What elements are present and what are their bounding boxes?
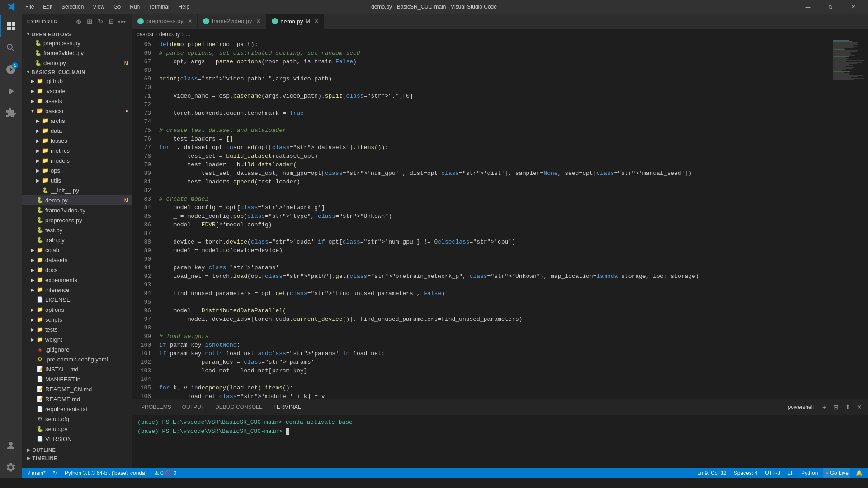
tree-readme[interactable]: 📝 README.md xyxy=(22,394,132,404)
status-position[interactable]: Ln 9, Col 32 xyxy=(695,468,728,478)
tree-metrics[interactable]: ▶ 📁 metrics xyxy=(22,145,132,155)
menu-go[interactable]: Go xyxy=(110,3,124,11)
code-editor[interactable]: 6566676869707172737475767778798081828384… xyxy=(132,39,868,399)
tree-utils[interactable]: ▶ 📁 utils xyxy=(22,175,132,185)
panel-tab-terminal[interactable]: TERMINAL xyxy=(268,401,307,413)
tree-init-py[interactable]: 🐍 __init__.py xyxy=(22,185,132,195)
tree-test[interactable]: 🐍 test.py xyxy=(22,225,132,235)
collapse-btn[interactable]: ⊟ xyxy=(107,17,116,26)
tree-inference[interactable]: ▶ 📁 inference xyxy=(22,285,132,295)
code-line: # parse options, set distributed setting… xyxy=(155,49,832,57)
tree-train[interactable]: 🐍 train.py xyxy=(22,235,132,245)
timeline-section[interactable]: ▶ TIMELINE xyxy=(22,454,132,462)
tab-preprocess[interactable]: preprocess.py ✕ xyxy=(132,14,198,29)
tree-precommit[interactable]: ⚙ .pre-commit-config.yaml xyxy=(22,354,132,364)
tree-vscode[interactable]: ▶ 📁 .vscode xyxy=(22,86,132,96)
tree-scripts[interactable]: ▶ 📁 scripts xyxy=(22,314,132,324)
menu-run[interactable]: Run xyxy=(126,3,143,11)
tree-manifest[interactable]: 📄 MANIFEST.in xyxy=(22,374,132,384)
tree-setup-py[interactable]: 🐍 setup.py xyxy=(22,424,132,434)
status-branch[interactable]: ⑂ main* xyxy=(25,468,47,478)
activity-account[interactable] xyxy=(0,435,22,456)
status-golive[interactable]: ● Go Live xyxy=(823,468,850,478)
more-actions-btn[interactable]: ••• xyxy=(118,17,127,26)
panel-tab-debug[interactable]: DEBUG CONSOLE xyxy=(210,401,268,413)
tree-options[interactable]: ▶ 📁 options xyxy=(22,305,132,314)
tree-datasets[interactable]: ▶ 📁 datasets xyxy=(22,255,132,265)
tree-readme-cn[interactable]: 📝 README_CN.md xyxy=(22,384,132,394)
menu-file[interactable]: File xyxy=(22,3,38,11)
tree-install-md[interactable]: 📝 INSTALL.md xyxy=(22,364,132,374)
tree-demo-py[interactable]: 🐍 demo.py M xyxy=(22,195,132,205)
activity-settings[interactable] xyxy=(0,456,22,478)
tab-demo[interactable]: demo.py M ✕ xyxy=(266,14,324,29)
maximize-panel-btn[interactable]: ⬆ xyxy=(843,402,853,412)
status-encoding[interactable]: UTF-8 xyxy=(763,468,782,478)
activity-search[interactable] xyxy=(0,37,22,59)
tree-weight[interactable]: ▶ 📁 weight xyxy=(22,334,132,344)
tree-frame2video[interactable]: 🐍 frame2video.py xyxy=(22,205,132,215)
tree-license[interactable]: 📄 LICENSE xyxy=(22,295,132,305)
status-language[interactable]: Python xyxy=(799,468,820,478)
tab-close-btn[interactable]: ✕ xyxy=(313,18,320,25)
tree-docs[interactable]: ▶ 📁 docs xyxy=(22,265,132,275)
menu-terminal[interactable]: Terminal xyxy=(145,3,173,11)
status-spaces[interactable]: Spaces: 4 xyxy=(732,468,760,478)
new-folder-btn[interactable]: ⊞ xyxy=(85,17,94,26)
status-sync[interactable]: ↻ xyxy=(51,468,59,478)
tree-requirements[interactable]: 📄 requirements.txt xyxy=(22,404,132,414)
tab-close-btn[interactable]: ✕ xyxy=(255,18,262,25)
tree-tests[interactable]: ▶ 📁 tests xyxy=(22,324,132,334)
tree-models[interactable]: ▶ 📁 models xyxy=(22,155,132,165)
tree-ops[interactable]: ▶ 📁 ops xyxy=(22,165,132,175)
new-file-btn[interactable]: ⊕ xyxy=(74,17,83,26)
status-python[interactable]: Python 3.8.3 64-bit ('base': conda) xyxy=(63,468,149,478)
panel-tab-output[interactable]: OUTPUT xyxy=(177,401,210,413)
tree-github[interactable]: ▶ 📁 .github xyxy=(22,76,132,86)
code-content[interactable]: def demo_pipeline(root_path): # parse op… xyxy=(155,39,832,399)
panel-tab-problems[interactable]: PROBLEMS xyxy=(136,401,177,413)
tab-label: preprocess.py xyxy=(146,18,184,24)
open-editors-section[interactable]: ▾ Open Editors xyxy=(22,30,132,38)
breadcrumb-basicsr[interactable]: basicsr xyxy=(137,31,154,38)
new-terminal-btn[interactable]: + xyxy=(819,402,829,412)
tree-preprocess[interactable]: 🐍 preprocess.py xyxy=(22,215,132,225)
tree-version[interactable]: 📄 VERSION xyxy=(22,434,132,444)
activity-explorer[interactable] xyxy=(0,15,22,37)
open-editor-demo[interactable]: 🐍 demo.py M xyxy=(22,58,132,68)
open-editor-preprocess[interactable]: 🐍 preprocess.py xyxy=(22,38,132,48)
tree-data[interactable]: ▶ 📁 data xyxy=(22,126,132,136)
tree-experiments[interactable]: ▶ 📁 experiments xyxy=(22,275,132,285)
menu-view[interactable]: View xyxy=(89,3,108,11)
status-errors[interactable]: ⚠ 0 🚫 0 xyxy=(152,468,178,478)
status-eol[interactable]: LF xyxy=(786,468,796,478)
tree-losses[interactable]: ▶ 📁 losses xyxy=(22,136,132,145)
activity-extensions[interactable] xyxy=(0,102,22,124)
tree-gitignore[interactable]: ◈ .gitignore xyxy=(22,344,132,354)
tree-colab[interactable]: ▶ 📁 colab xyxy=(22,245,132,255)
activity-run-debug[interactable] xyxy=(0,80,22,102)
tree-setup-cfg[interactable]: ⚙ setup.cfg xyxy=(22,414,132,424)
close-panel-btn[interactable]: ✕ xyxy=(854,402,864,412)
menu-edit[interactable]: Edit xyxy=(39,3,56,11)
breadcrumb-demo-py[interactable]: demo.py xyxy=(159,31,180,38)
tree-basicsr[interactable]: ▼ 📂 basicsr ● xyxy=(22,106,132,116)
menu-selection[interactable]: Selection xyxy=(58,3,87,11)
tab-frame2video[interactable]: frame2video.py ✕ xyxy=(198,14,266,29)
activity-source-control[interactable]: 1 xyxy=(0,59,22,80)
refresh-btn[interactable]: ↻ xyxy=(96,17,105,26)
outline-section[interactable]: ▶ OUTLINE xyxy=(22,446,132,454)
tree-assets[interactable]: ▶ 📁 assets xyxy=(22,96,132,106)
open-editor-frame2video[interactable]: 🐍 frame2video.py xyxy=(22,48,132,58)
status-bell[interactable]: 🔔 xyxy=(854,468,864,478)
minimize-button[interactable]: — xyxy=(797,0,818,14)
code-line: test_loaders = [] xyxy=(155,135,832,143)
menu-help[interactable]: Help xyxy=(175,3,193,11)
tab-close-btn[interactable]: ✕ xyxy=(186,18,193,25)
root-folder-section[interactable]: ▾ BASICSR_CUC-MAIN xyxy=(22,68,132,76)
tree-archs[interactable]: ▶ 📁 archs xyxy=(22,116,132,126)
close-button[interactable]: ✕ xyxy=(843,0,863,14)
breadcrumb-ellipsis[interactable]: … xyxy=(185,31,191,38)
split-terminal-btn[interactable]: ⊟ xyxy=(831,402,841,412)
maximize-button[interactable]: ⧉ xyxy=(820,0,841,14)
